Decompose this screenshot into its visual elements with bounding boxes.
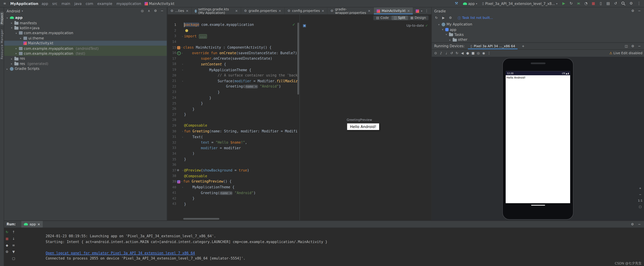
tree-chevron-icon[interactable]: ▸ (15, 52, 18, 55)
project-tree-row[interactable]: ▾ app (4, 15, 167, 21)
rotate-left-icon[interactable]: ↺ (449, 51, 454, 56)
code-line[interactable]: 18▾ setContent { (168, 61, 298, 67)
compose-preview-icon[interactable] (177, 180, 180, 184)
tree-chevron-icon[interactable]: ▸ (6, 67, 9, 70)
code-line[interactable]: 41 Greeting(name = "Android") (168, 190, 298, 196)
hide-panel-icon[interactable]: − (637, 44, 642, 49)
preview-settings-icon[interactable] (177, 168, 181, 172)
tree-chevron-icon[interactable]: ▾ (6, 16, 9, 19)
code-line[interactable]: 21▾ Surface(modifier = Modifier.fillMaxS… (168, 78, 298, 84)
rotate-right-icon[interactable]: ↻ (455, 51, 459, 56)
code-line[interactable]: 17 super.onCreate(savedInstanceState) (168, 56, 298, 61)
editor-mode-button[interactable]: ▤ Code (374, 16, 391, 20)
project-tree-row[interactable]: ▸ res (generated) (4, 61, 167, 66)
code-line[interactable]: 37▾@Preview(showBackground = true) (168, 168, 298, 173)
breadcrumb-item[interactable]: example (97, 1, 112, 6)
fold-marker-icon[interactable]: ▾ (181, 80, 184, 82)
code-line[interactable]: 15▾class MainActivity : ComponentActivit… (168, 45, 298, 50)
editor-tab[interactable]: ...ties × (168, 8, 192, 15)
editor-tab[interactable]: MainActivity.kt × (374, 8, 413, 15)
soft-wrap-icon[interactable]: ≡ (11, 243, 16, 248)
collapse-all-icon[interactable]: ∧ (147, 9, 151, 13)
emulator-phone[interactable]: 12:20 LTE ▲ ▮ Hello Android! (502, 58, 574, 220)
editor-mode-button[interactable]: ◫ Split (391, 16, 408, 20)
search-everywhere-icon[interactable] (621, 1, 626, 6)
build-refresh-icon[interactable]: ▣ (303, 24, 306, 28)
close-tab-icon[interactable]: × (37, 222, 40, 226)
close-tab-icon[interactable]: × (407, 9, 410, 13)
screenshot-icon[interactable]: ◎ (476, 51, 481, 56)
screen-record-icon[interactable]: ◉ (482, 51, 486, 56)
tree-chevron-icon[interactable]: ▾ (438, 23, 440, 26)
console-line[interactable]: Open logcat panel for emulator Pixel 3a … (24, 247, 644, 252)
code-line[interactable]: 30▾fun Greeting(name: String, modifier: … (168, 129, 298, 134)
fold-marker-icon[interactable]: ▾ (181, 169, 184, 172)
power-icon[interactable]: ⊙ (433, 51, 438, 56)
project-tree-row[interactable]: MainActivity.kt (4, 41, 167, 46)
project-view-select[interactable]: Android (6, 9, 20, 13)
panel-settings-icon[interactable]: ⚙ (630, 44, 635, 49)
breadcrumb-item[interactable]: myapplication (116, 1, 141, 6)
hide-panel-icon[interactable]: − (160, 9, 164, 13)
code-line[interactable]: 23 } (168, 89, 298, 95)
project-tree-row[interactable]: ▸ ui.theme (4, 36, 167, 41)
pin-icon[interactable]: ◆ (5, 243, 9, 248)
code-line[interactable]: 34 ) (168, 151, 298, 156)
main-menu-icon[interactable]: ≡ (2, 1, 7, 6)
class-icon[interactable] (177, 46, 180, 49)
project-tree-row[interactable]: ▸ res (4, 56, 167, 61)
tree-chevron-icon[interactable]: ▸ (10, 22, 13, 24)
fold-marker-icon[interactable]: ▸ (181, 35, 184, 38)
volume-down-icon[interactable]: ♩ (444, 51, 449, 56)
project-tree-row[interactable]: ▾ com.example.myapplication (4, 31, 167, 36)
breadcrumb-item[interactable]: com (86, 1, 93, 6)
phone-screen[interactable]: 12:20 LTE ▲ ▮ Hello Android! (506, 71, 570, 203)
tree-chevron-icon[interactable]: ▸ (449, 38, 452, 41)
code-line[interactable]: 36 (168, 162, 298, 168)
settings-gear-icon[interactable]: ⚙ (5, 250, 9, 254)
build-hammer-icon[interactable]: ⚒ (454, 1, 459, 6)
code-line[interactable]: 20 // A surface container using the 'bac… (168, 73, 298, 78)
tree-chevron-icon[interactable]: ▾ (441, 28, 444, 31)
scroll-up-icon[interactable]: ↑ (11, 230, 16, 234)
code-line[interactable]: 38@Composable (168, 173, 298, 179)
fold-marker-icon[interactable]: ▾ (180, 180, 183, 183)
code-line[interactable]: 28 (168, 117, 298, 123)
breadcrumb-item[interactable]: src (52, 1, 57, 6)
sync-gradle-icon[interactable]: ↻ (434, 16, 439, 20)
close-tab-icon[interactable]: × (368, 9, 370, 13)
inspections-ok-icon[interactable]: ✓ (292, 23, 295, 27)
tree-chevron-icon[interactable]: ▾ (15, 32, 18, 35)
editor-mode-button[interactable]: ▦ Design (408, 16, 428, 20)
locate-file-icon[interactable]: ◎ (140, 9, 144, 13)
code-line[interactable]: 43} (168, 201, 298, 207)
chevron-down-icon[interactable]: ▾ (421, 10, 422, 13)
gradle-settings-icon[interactable]: ⚙ (448, 16, 453, 20)
code-line[interactable]: 27} (168, 112, 298, 117)
rerun-icon[interactable]: ↻ (5, 230, 9, 234)
fold-marker-icon[interactable]: ▾ (181, 136, 184, 138)
split-panel-icon[interactable]: ◫ (624, 44, 628, 49)
fold-marker-icon[interactable]: ▾ (181, 186, 184, 188)
console-line[interactable]: 2024-01-23 08:19:55: Launching app on 'P… (24, 230, 644, 235)
override-icon[interactable] (177, 52, 181, 55)
profiler-icon[interactable]: ◔ (583, 1, 588, 6)
device-select[interactable]: ▯ Pixel_3a_API_34_extension_level_7_x8..… (481, 1, 558, 6)
tab-options-kebab-icon[interactable]: ⋮ (424, 9, 429, 13)
close-tab-icon[interactable]: × (322, 9, 324, 13)
project-tree-row[interactable]: ▸ Gradle Scripts (4, 66, 167, 71)
more-options-icon[interactable]: ⋮ (636, 1, 642, 6)
scroll-to-end-icon[interactable]: ▼ (11, 250, 16, 254)
run-tab[interactable]: app × (22, 221, 42, 227)
sync-gradle-icon[interactable]: ↺ (613, 1, 618, 6)
code-line[interactable]: 26 } (168, 106, 298, 112)
code-line[interactable]: 1package com.example.myapplication (168, 22, 298, 28)
code-editor[interactable]: 1package com.example.myapplication23▸imp… (168, 15, 300, 220)
breadcrumb-item[interactable]: main (62, 1, 70, 6)
gradle-tree-row[interactable]: ▾ My Application (432, 22, 644, 27)
code-line[interactable]: 2 (168, 28, 298, 34)
add-device-button[interactable]: + (521, 44, 526, 49)
gradle-tree-row[interactable]: ▾ Tasks (432, 32, 644, 37)
code-line[interactable]: 40▾ MyApplicationTheme { (168, 184, 298, 190)
home-icon[interactable]: ● (466, 51, 470, 56)
